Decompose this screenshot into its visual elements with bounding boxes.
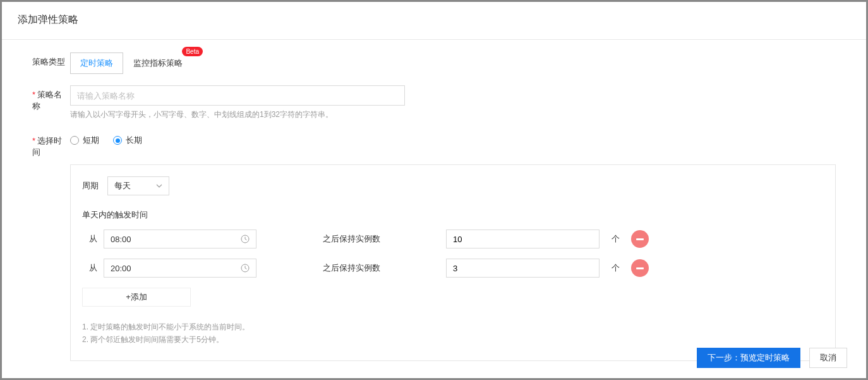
- unit-label: 个: [600, 233, 631, 245]
- instance-count-input[interactable]: [446, 259, 600, 278]
- row-policy-name: *策略名称 请输入以小写字母开头，小写字母、数字、中划线组成的1到32字符的字符…: [32, 85, 836, 120]
- tab-timed-policy[interactable]: 定时策略: [70, 52, 123, 74]
- radio-circle-icon: [70, 136, 79, 145]
- label-select-time: *选择时间: [32, 132, 70, 158]
- label-policy-name: *策略名称: [32, 85, 70, 112]
- trigger-row: 从 08:00 之后保持实例数 个: [82, 230, 824, 248]
- radio-short-label: 短期: [83, 135, 99, 146]
- clock-icon: [241, 264, 250, 273]
- unit-label: 个: [600, 262, 631, 274]
- trigger-row: 从 20:00 之后保持实例数 个: [82, 259, 824, 278]
- remove-row-button[interactable]: [631, 259, 649, 277]
- dialog-footer: 下一步：预览定时策略 取消: [697, 348, 847, 368]
- instance-count-input[interactable]: [446, 230, 600, 248]
- label-policy-type: 策略类型: [32, 52, 70, 68]
- time-input[interactable]: 20:00: [104, 259, 256, 278]
- from-label: 从: [82, 233, 104, 245]
- row-policy-type: 策略类型 定时策略 监控指标策略 Beta: [32, 52, 836, 74]
- minus-icon: [636, 238, 644, 240]
- required-mark: *: [32, 136, 35, 145]
- beta-badge: Beta: [182, 47, 203, 56]
- time-input[interactable]: 08:00: [104, 230, 256, 248]
- minus-icon: [636, 267, 644, 269]
- keep-instance-label: 之后保持实例数: [256, 262, 446, 274]
- policy-name-text: 策略名称: [32, 90, 62, 111]
- cycle-value: 每天: [114, 180, 131, 192]
- chevron-down-icon: [156, 184, 162, 188]
- tab-metric-label: 监控指标策略: [133, 58, 183, 68]
- policy-name-hint: 请输入以小写字母开头，小写字母、数字、中划线组成的1到32字符的字符串。: [70, 109, 836, 120]
- cycle-select[interactable]: 每天: [107, 176, 169, 195]
- radio-short-term[interactable]: 短期: [70, 135, 99, 146]
- policy-type-tabs: 定时策略 监控指标策略 Beta: [70, 52, 836, 74]
- remove-row-button[interactable]: [631, 230, 649, 248]
- clock-icon: [241, 235, 250, 243]
- cancel-button[interactable]: 取消: [809, 348, 847, 368]
- radio-long-label: 长期: [126, 135, 142, 146]
- config-notes: 1. 定时策略的触发时间不能小于系统的当前时间。 2. 两个邻近触发时间间隔需要…: [82, 321, 824, 346]
- cycle-label: 周期: [82, 180, 99, 192]
- select-time-text: 选择时间: [32, 136, 62, 157]
- dialog-title: 添加弹性策略: [2, 2, 866, 40]
- row-select-time: *选择时间 短期 长期: [32, 132, 836, 158]
- time-value: 20:00: [111, 264, 131, 273]
- time-radio-group: 短期 长期: [70, 132, 836, 146]
- time-config-box: 周期 每天 单天内的触发时间 从 08:00 之后保持实例: [70, 164, 836, 361]
- tab-metric-policy[interactable]: 监控指标策略 Beta: [123, 52, 193, 74]
- radio-circle-checked-icon: [113, 136, 122, 145]
- time-value: 08:00: [111, 235, 131, 244]
- from-label: 从: [82, 262, 104, 274]
- required-mark: *: [32, 90, 35, 99]
- cycle-row: 周期 每天: [82, 176, 824, 195]
- dialog-body: 策略类型 定时策略 监控指标策略 Beta *策略名称 请输入以小写字母开头，小…: [2, 40, 866, 361]
- note-line: 2. 两个邻近触发时间间隔需要大于5分钟。: [82, 333, 824, 346]
- policy-name-input[interactable]: [70, 85, 405, 106]
- next-button[interactable]: 下一步：预览定时策略: [697, 348, 800, 368]
- trigger-subtitle: 单天内的触发时间: [82, 209, 824, 221]
- keep-instance-label: 之后保持实例数: [256, 233, 446, 245]
- note-line: 1. 定时策略的触发时间不能小于系统的当前时间。: [82, 321, 824, 333]
- add-row-button[interactable]: +添加: [82, 288, 191, 307]
- radio-long-term[interactable]: 长期: [113, 135, 142, 146]
- dialog: 添加弹性策略 策略类型 定时策略 监控指标策略 Beta *策略名称: [0, 0, 868, 380]
